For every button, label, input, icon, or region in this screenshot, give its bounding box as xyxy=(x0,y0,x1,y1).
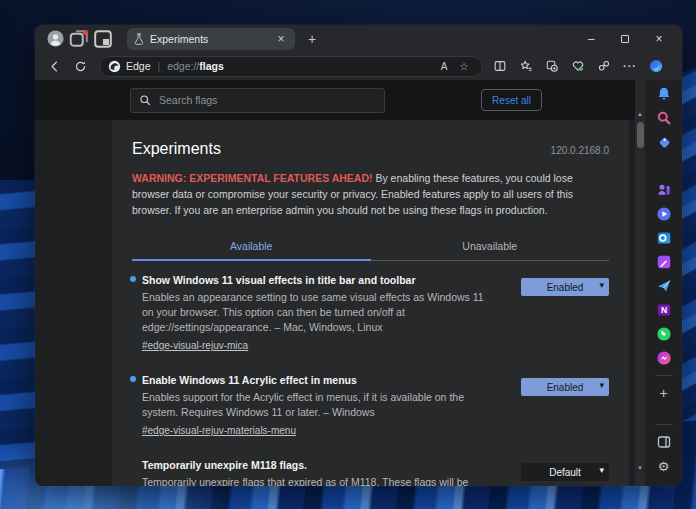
flag-row: Show Windows 11 visual effects in title … xyxy=(132,261,609,361)
browser-version: 120.0.2168.0 xyxy=(551,145,609,156)
site-badge-label: Edge xyxy=(126,60,151,72)
notification-dot xyxy=(83,30,88,35)
address-bar[interactable]: Edge | edge://flags A ☆ xyxy=(99,56,483,77)
refresh-button[interactable] xyxy=(67,54,93,78)
tab-actions-menu-icon[interactable] xyxy=(91,27,115,51)
back-button[interactable] xyxy=(41,54,67,78)
maximize-button[interactable] xyxy=(608,25,642,52)
tab-unavailable[interactable]: Unavailable xyxy=(371,233,610,261)
new-tab-button[interactable]: + xyxy=(301,28,323,50)
badge-separator: | xyxy=(158,61,161,72)
scroll-up-icon[interactable]: ▲ xyxy=(637,110,643,118)
flags-page: Reset all Experiments 120.0.2168.0 WARNI… xyxy=(35,80,635,486)
page-scrollbar[interactable]: ▲ ▼ xyxy=(635,80,645,486)
close-button[interactable]: × xyxy=(642,25,676,52)
whatsapp-icon[interactable] xyxy=(651,322,677,346)
search-flags-box[interactable] xyxy=(130,88,385,113)
toolbar-icons: ··· xyxy=(487,54,669,78)
flag-permalink[interactable]: #edge-visual-rejuv-mica xyxy=(142,340,248,351)
experimental-warning: WARNING: EXPERIMENTAL FEATURES AHEAD! By… xyxy=(132,171,609,218)
edge-sidebar: url(#sbg3)N + ⚙ xyxy=(645,80,682,486)
chevron-down-icon: ▾ xyxy=(599,280,604,290)
sidebar-divider xyxy=(655,375,673,376)
sidebar-add-button[interactable]: + xyxy=(651,381,677,405)
flag-text: Enable Windows 11 Acrylic effect in menu… xyxy=(132,373,484,438)
reset-all-button[interactable]: Reset all xyxy=(481,89,542,111)
minimize-button[interactable]: – xyxy=(574,25,608,52)
search-flags-input[interactable] xyxy=(159,94,376,106)
flag-list: Show Windows 11 visual effects in title … xyxy=(132,261,609,486)
tab-title: Experiments xyxy=(150,33,274,45)
navigation-toolbar: Edge | edge://flags A ☆ ··· xyxy=(35,52,682,80)
flag-control: Enabled▾ xyxy=(521,273,609,353)
flag-control: Enabled▾ xyxy=(521,373,609,438)
warning-lead: WARNING: EXPERIMENTAL FEATURES AHEAD! xyxy=(132,172,373,184)
sidebar-settings-gear-icon[interactable]: ⚙ xyxy=(651,454,677,478)
drop-icon[interactable] xyxy=(651,274,677,298)
scroll-down-icon[interactable]: ▼ xyxy=(637,464,643,472)
flag-dropdown[interactable]: Default▾ xyxy=(521,463,609,481)
workspaces-icon[interactable] xyxy=(67,27,91,51)
shopping-icon[interactable] xyxy=(651,130,677,154)
modified-dot-icon xyxy=(130,276,136,282)
add-favorite-star-icon[interactable]: ☆ xyxy=(454,61,474,72)
designer-icon[interactable] xyxy=(651,250,677,274)
flag-description: Temporarily unexpire flags that expired … xyxy=(142,475,484,486)
flag-dropdown[interactable]: Enabled▾ xyxy=(521,378,609,396)
copilot-icon[interactable] xyxy=(643,54,669,78)
flag-permalink[interactable]: #edge-visual-rejuv-materials-menu xyxy=(142,425,296,436)
flag-text: Temporarily unexpire M118 flags.Temporar… xyxy=(132,458,484,486)
edge-browser-window: Experiments × + – × Edge | edge://flags … xyxy=(35,25,682,486)
scrollbar-thumb[interactable] xyxy=(637,122,644,148)
split-screen-icon[interactable] xyxy=(487,54,513,78)
profile-avatar[interactable] xyxy=(43,27,67,51)
modified-dot-icon xyxy=(130,376,136,382)
flag-title: Enable Windows 11 Acrylic effect in menu… xyxy=(142,373,484,387)
favorites-icon[interactable] xyxy=(513,54,539,78)
flag-dropdown-value: Enabled xyxy=(547,282,584,293)
sidebar-panel-icon[interactable] xyxy=(651,430,677,454)
media-icon[interactable] xyxy=(651,202,677,226)
flags-content: Experiments 120.0.2168.0 WARNING: EXPERI… xyxy=(35,120,635,486)
tools-icon[interactable]: url(#sbg3) xyxy=(651,154,677,178)
url-scheme: edge:// xyxy=(167,60,199,72)
availability-tabs: AvailableUnavailable xyxy=(132,233,609,261)
flag-dropdown-value: Enabled xyxy=(547,382,584,393)
tab-close-icon[interactable]: × xyxy=(274,32,288,46)
flag-control: Default▾ xyxy=(521,458,609,486)
flag-title: Show Windows 11 visual effects in title … xyxy=(142,273,484,287)
flag-dropdown-value: Default xyxy=(549,467,581,478)
extensions-icon[interactable] xyxy=(591,54,617,78)
flag-title: Temporarily unexpire M118 flags. xyxy=(142,458,484,472)
flag-text: Show Windows 11 visual effects in title … xyxy=(132,273,484,353)
collections-icon[interactable] xyxy=(539,54,565,78)
games-icon[interactable] xyxy=(651,178,677,202)
flag-row: Enable Windows 11 Acrylic effect in menu… xyxy=(132,361,609,446)
flag-dropdown[interactable]: Enabled▾ xyxy=(521,278,609,296)
onenote-icon[interactable]: N xyxy=(651,298,677,322)
settings-more-icon[interactable]: ··· xyxy=(617,54,643,78)
sidebar-divider xyxy=(655,424,673,425)
edge-logo-icon xyxy=(108,60,121,73)
chevron-down-icon: ▾ xyxy=(599,465,604,475)
tab-bar: Experiments × + – × xyxy=(35,25,682,52)
messenger-icon[interactable] xyxy=(651,346,677,370)
flags-search-band: Reset all xyxy=(35,80,635,120)
tab-available[interactable]: Available xyxy=(132,233,371,261)
window-controls: – × xyxy=(574,25,676,52)
read-aloud-icon[interactable]: A xyxy=(434,61,454,72)
url-path: flags xyxy=(199,60,224,72)
search-icon[interactable] xyxy=(651,106,677,130)
outlook-icon[interactable] xyxy=(651,226,677,250)
notifications-icon[interactable] xyxy=(651,82,677,106)
flask-icon xyxy=(134,33,144,45)
browser-tab-experiments[interactable]: Experiments × xyxy=(127,28,295,50)
svg-text:N: N xyxy=(660,305,666,315)
maximize-icon xyxy=(621,35,629,43)
flag-description: Enables support for the Acrylic effect i… xyxy=(142,390,484,420)
chevron-down-icon: ▾ xyxy=(599,380,604,390)
browser-essentials-icon[interactable] xyxy=(565,54,591,78)
flag-description: Enables an appearance setting to use sam… xyxy=(142,290,484,335)
search-icon xyxy=(139,94,151,106)
page-title: Experiments xyxy=(132,140,221,158)
